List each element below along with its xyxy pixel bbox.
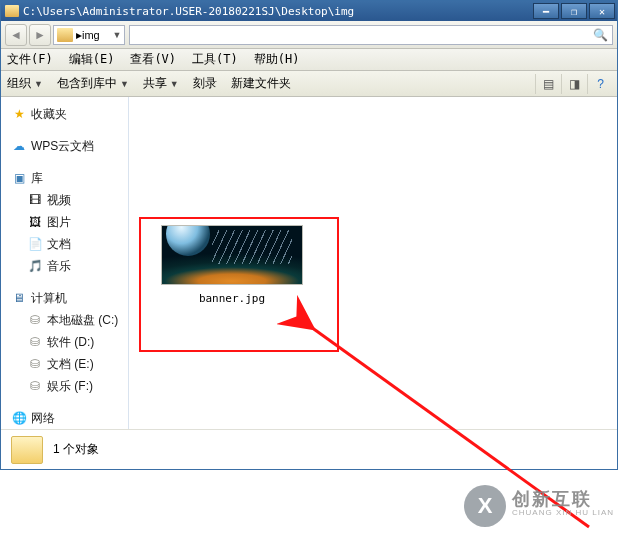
share-button[interactable]: 共享▼ [143,75,179,92]
sidebar-favorites[interactable]: ★收藏夹 [1,103,128,125]
drive-icon: ⛁ [27,379,43,393]
sidebar: ★收藏夹 ☁WPS云文档 ▣库 🎞视频 🖼图片 📄文档 🎵音乐 🖥计算机 ⛁本地… [1,97,129,429]
document-icon: 📄 [27,237,43,251]
sidebar-network[interactable]: 🌐网络 [1,407,128,429]
sidebar-item-pictures[interactable]: 🖼图片 [1,211,128,233]
star-icon: ★ [11,107,27,121]
computer-icon: 🖥 [11,291,27,305]
sidebar-drive-e[interactable]: ⛁文档 (E:) [1,353,128,375]
close-button[interactable]: ✕ [589,3,615,19]
music-icon: 🎵 [27,259,43,273]
sidebar-wps[interactable]: ☁WPS云文档 [1,135,128,157]
watermark-en: CHUANG XIN HU LIAN [512,506,614,520]
menu-help[interactable]: 帮助(H) [254,51,300,68]
burn-button[interactable]: 刻录 [193,75,217,92]
breadcrumb[interactable]: img [82,29,110,41]
drive-icon: ⛁ [27,357,43,371]
maximize-button[interactable]: ❐ [561,3,587,19]
minimize-button[interactable]: ━ [533,3,559,19]
newfolder-button[interactable]: 新建文件夹 [231,75,291,92]
thumbnail-image [212,230,292,264]
watermark: X 创新互联 CHUANG XIN HU LIAN [464,485,614,527]
explorer-window: C:\Users\Administrator.USER-20180221SJ\D… [0,0,618,470]
sidebar-item-documents[interactable]: 📄文档 [1,233,128,255]
watermark-logo: X [464,485,506,527]
file-label[interactable]: banner.jpg [161,292,303,305]
drive-icon: ⛁ [27,313,43,327]
status-text: 1 个对象 [53,441,99,458]
search-input[interactable]: 🔍 [129,25,613,45]
sidebar-item-video[interactable]: 🎞视频 [1,189,128,211]
sidebar-library[interactable]: ▣库 [1,167,128,189]
chevron-down-icon[interactable]: ▼ [110,30,124,40]
status-bar: 1 个对象 [1,429,617,469]
preview-pane-button[interactable]: ◨ [561,74,587,94]
organize-button[interactable]: 组织▼ [7,75,43,92]
menu-view[interactable]: 查看(V) [130,51,176,68]
include-button[interactable]: 包含到库中▼ [57,75,129,92]
network-icon: 🌐 [11,411,27,425]
cloud-icon: ☁ [11,139,27,153]
drive-icon: ⛁ [27,335,43,349]
sidebar-drive-f[interactable]: ⛁娱乐 (F:) [1,375,128,397]
folder-icon [5,5,19,17]
window-title: C:\Users\Administrator.USER-20180221SJ\D… [23,5,354,18]
menu-edit[interactable]: 编辑(E) [69,51,115,68]
sidebar-computer[interactable]: 🖥计算机 [1,287,128,309]
folder-icon [11,436,43,464]
help-button[interactable]: ? [587,74,613,94]
address-bar[interactable]: ▸ img ▼ [53,25,125,45]
sidebar-drive-c[interactable]: ⛁本地磁盘 (C:) [1,309,128,331]
nav-row: ◄ ► ▸ img ▼ 🔍 [1,21,617,49]
search-icon: 🔍 [593,28,608,42]
file-thumbnail[interactable] [161,225,303,285]
content-pane[interactable]: banner.jpg [129,97,617,429]
forward-button[interactable]: ► [29,24,51,46]
titlebar[interactable]: C:\Users\Administrator.USER-20180221SJ\D… [1,1,617,21]
sidebar-drive-d[interactable]: ⛁软件 (D:) [1,331,128,353]
back-button[interactable]: ◄ [5,24,27,46]
video-icon: 🎞 [27,193,43,207]
menu-tools[interactable]: 工具(T) [192,51,238,68]
sidebar-item-music[interactable]: 🎵音乐 [1,255,128,277]
library-icon: ▣ [11,171,27,185]
toolbar: 组织▼ 包含到库中▼ 共享▼ 刻录 新建文件夹 ▤ ◨ ? [1,71,617,97]
view-mode-button[interactable]: ▤ [535,74,561,94]
watermark-cn: 创新互联 [512,492,614,506]
menu-file[interactable]: 文件(F) [7,51,53,68]
menubar: 文件(F) 编辑(E) 查看(V) 工具(T) 帮助(H) [1,49,617,71]
folder-icon [57,28,73,42]
picture-icon: 🖼 [27,215,43,229]
